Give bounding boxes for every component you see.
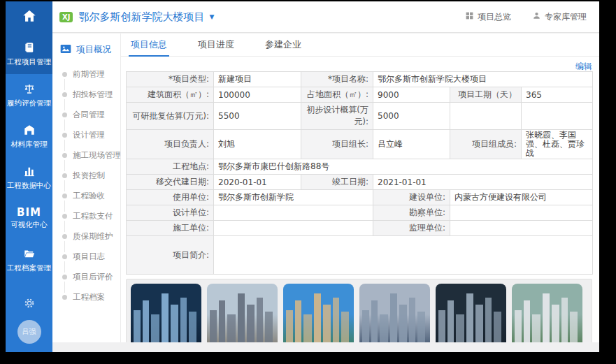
sidebar-item-label: 工程数据中心 [7,181,51,189]
sidebar-item-project-management[interactable]: 工程项目管理 [6,33,52,74]
grid-icon [465,11,474,22]
picture-icon [60,44,71,56]
nav-item-payment[interactable]: 工程款支付 [52,206,120,226]
project-overview-link[interactable]: 项目总览 [465,11,511,23]
nav-item-project-archive[interactable]: 工程档案 [52,287,120,307]
app-header: XJ 鄂尔多斯创新学院大楼项目 ▼ 项目总览 专家库管理 [52,1,599,33]
chevron-down-icon: ▼ [209,13,214,20]
duration-value: 365 [522,87,593,103]
nav-item-design[interactable]: 设计管理 [52,125,120,145]
building-area-label: 建筑面积（㎡）: [127,87,214,103]
builder-unit-label: 施工单位: [127,221,214,236]
sidebar-item-data-center[interactable]: 工程数据中心 [6,156,52,198]
project-photo-3[interactable] [283,284,354,342]
project-info-table: *项目类型: 新建项目 *项目名称: 鄂尔多斯市创新学院大楼项目 建筑面积（㎡）… [126,71,593,275]
location-value: 鄂尔多斯市康巴什创新路88号 [214,159,593,175]
construction-unit-value: 内蒙古方便建设有限公司 [450,190,593,205]
building-area-value: 100000 [214,87,301,103]
leader-value: 刘旭 [214,130,301,159]
group-head-value: 吕立峰 [373,130,450,159]
design-unit-label: 设计单位: [127,205,214,221]
tab-participants[interactable]: 参建企业 [263,34,303,56]
project-photo-5[interactable] [436,284,506,342]
nav-item-acceptance[interactable]: 工程验收 [52,186,120,206]
nav-item-warranty[interactable]: 质保期维护 [52,226,120,247]
completion-date-label: 竣工日期: [301,175,373,190]
user-unit-value: 鄂尔多斯市创新学院 [214,190,373,205]
nav-section-label: 项目概况 [76,44,111,56]
completion-date-value: 2021-01-01 [373,175,593,190]
home-icon [22,8,37,27]
sidebar-item-archives[interactable]: 工程档案管理 [6,239,52,280]
construction-unit-label: 建设单位: [373,190,450,205]
nav-list: 前期管理 招投标管理 合同管理 设计管理 施工现场管理 投资控制 工程验收 工程… [52,64,120,307]
members-value: 张晓霞、李国强、杜磊、贾珍战 [522,130,593,159]
project-photo-6[interactable] [512,284,582,342]
feasibility-estimate-value: 5500 [214,103,301,130]
project-overview-label: 项目总览 [478,11,511,23]
builder-unit-value [214,221,373,236]
document-icon [23,41,36,54]
design-unit-value [214,205,373,221]
transfer-date-label: 移交代建日期: [127,175,214,190]
main-sidebar: 工程项目管理 履约评价管理 材料库管理 工程数据中心 BIM 可视化中心 [6,1,52,352]
duration-label: 项目工期（天） [450,87,522,103]
nav-item-project-log[interactable]: 项目日志 [52,247,120,267]
user-icon [532,11,541,22]
tab-bar: 项目信息 项目进度 参建企业 [120,34,599,57]
summary-label: 项目简介: [127,236,214,275]
gear-icon [24,298,35,312]
sidebar-item-material-library[interactable]: 材料库管理 [6,115,52,156]
photo-gallery [126,279,592,342]
project-title: 鄂尔多斯创新学院大楼项目 [78,10,204,24]
home-button[interactable] [6,1,52,33]
warehouse-icon [23,124,36,136]
app-window: 工程项目管理 履约评价管理 材料库管理 工程数据中心 BIM 可视化中心 [6,1,599,352]
survey-unit-label: 勘察单位: [373,205,450,221]
edit-button[interactable]: 编辑 [575,61,592,71]
nav-section-project-overview[interactable]: 项目概况 [52,34,120,61]
land-area-value: 9000 [373,87,450,103]
scale-icon [23,82,36,95]
supervision-unit-label: 监理单位: [373,221,450,236]
members-label: 项目组成员: [450,130,522,159]
project-name-value: 鄂尔多斯市创新学院大楼项目 [373,72,593,87]
project-title-dropdown[interactable]: 鄂尔多斯创新学院大楼项目 ▼ [78,10,214,24]
preliminary-budget-value: 5000 [373,103,450,130]
nav-item-site-management[interactable]: 施工现场管理 [52,145,120,166]
project-photo-1[interactable] [131,284,201,342]
empty-cell [450,103,522,130]
land-area-label: 占地面积（㎡）: [301,87,373,103]
transfer-date-value: 2020-01-01 [214,175,301,190]
nav-item-pre-phase[interactable]: 前期管理 [52,64,120,85]
sidebar-item-label: 可视化中心 [10,220,48,228]
user-avatar[interactable]: 吕强 [17,320,41,344]
bar-chart-icon [23,165,36,177]
nav-item-post-evaluation[interactable]: 项目后评价 [52,267,120,287]
sidebar-item-label: 工程项目管理 [7,57,51,66]
sidebar-item-performance-evaluation[interactable]: 履约评价管理 [6,74,52,115]
settings-button[interactable] [6,298,52,312]
nav-item-investment[interactable]: 投资控制 [52,166,120,186]
tab-project-progress[interactable]: 项目进度 [196,34,236,56]
nav-item-contract[interactable]: 合同管理 [52,105,120,125]
nav-item-bidding[interactable]: 招投标管理 [52,85,120,105]
project-photo-2[interactable] [207,284,278,342]
project-photo-4[interactable] [359,284,430,342]
sidebar-item-bim-center[interactable]: BIM 可视化中心 [6,198,52,239]
sidebar-item-label: 材料库管理 [10,140,48,148]
bim-text-icon: BIM [17,208,41,217]
survey-unit-value [450,205,593,221]
supervision-unit-value [450,221,593,236]
project-type-label: *项目类型: [127,72,214,87]
tab-project-info[interactable]: 项目信息 [129,34,169,57]
sidebar-item-label: 工程档案管理 [7,263,51,272]
user-unit-label: 使用单位: [127,190,214,205]
empty-cell [522,103,593,130]
edit-row: 编辑 [126,59,592,70]
project-type-value: 新建项目 [214,72,301,87]
project-name-label: *项目名称: [301,72,373,87]
preliminary-budget-label: 初步设计概算(万元): [301,103,373,130]
sidebar-item-label: 履约评价管理 [7,99,51,107]
expert-library-link[interactable]: 专家库管理 [532,11,587,23]
